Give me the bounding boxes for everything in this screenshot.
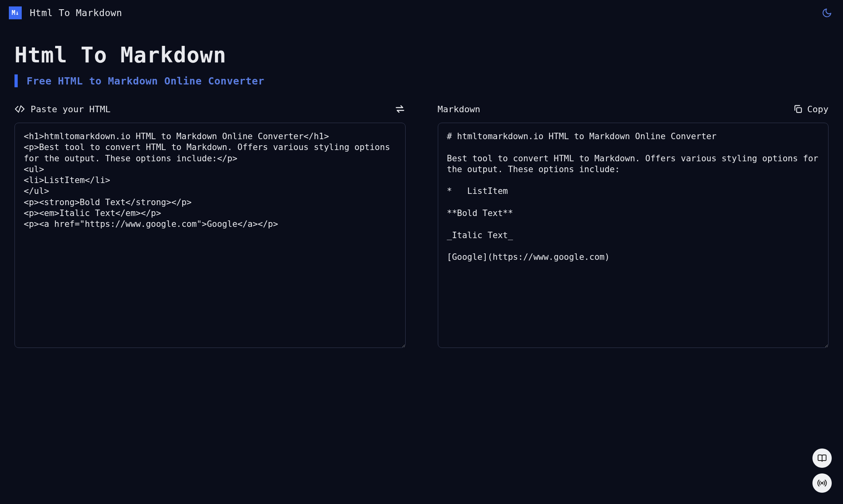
html-input-textarea[interactable] — [14, 123, 406, 348]
svg-line-0 — [19, 106, 21, 112]
copy-icon — [793, 104, 803, 114]
copy-button[interactable]: Copy — [793, 104, 829, 114]
broadcast-icon — [817, 478, 827, 488]
main-container: Html To Markdown Free HTML to Markdown O… — [0, 26, 843, 348]
markdown-output[interactable]: # htmltomarkdown.io HTML to Markdown Onl… — [438, 123, 829, 348]
markdown-panel-label: Markdown — [438, 104, 480, 114]
swap-button[interactable] — [394, 103, 406, 115]
html-panel-label-group: Paste your HTML — [14, 104, 111, 114]
markdown-panel-label-group: Markdown — [438, 104, 480, 114]
brand[interactable]: M↓ Html To Markdown — [9, 6, 122, 19]
brand-logo: M↓ — [9, 6, 22, 19]
html-panel-header: Paste your HTML — [14, 100, 406, 118]
brand-title: Html To Markdown — [30, 8, 122, 18]
html-input-panel: Paste your HTML — [14, 100, 406, 348]
moon-icon — [822, 8, 832, 18]
svg-point-2 — [821, 482, 823, 484]
docs-fab[interactable] — [812, 448, 832, 468]
page-subtitle: Free HTML to Markdown Online Converter — [27, 75, 264, 87]
svg-rect-1 — [797, 108, 802, 113]
topbar: M↓ Html To Markdown — [0, 0, 843, 26]
subtitle-accent-bar — [14, 74, 18, 87]
theme-toggle-button[interactable] — [820, 6, 834, 20]
page-title: Html To Markdown — [14, 43, 829, 67]
markdown-output-panel: Markdown Copy # htmltomarkdown.io HTML t… — [438, 100, 829, 348]
copy-button-label: Copy — [807, 104, 829, 114]
book-open-icon — [817, 453, 827, 463]
code-icon — [14, 104, 25, 114]
feed-fab[interactable] — [812, 473, 832, 493]
panels: Paste your HTML Markdown — [14, 100, 829, 348]
html-panel-label: Paste your HTML — [31, 104, 111, 114]
markdown-panel-header: Markdown Copy — [438, 100, 829, 118]
swap-arrows-icon — [394, 103, 406, 115]
floating-action-buttons — [812, 448, 832, 493]
subtitle-row: Free HTML to Markdown Online Converter — [14, 74, 829, 87]
